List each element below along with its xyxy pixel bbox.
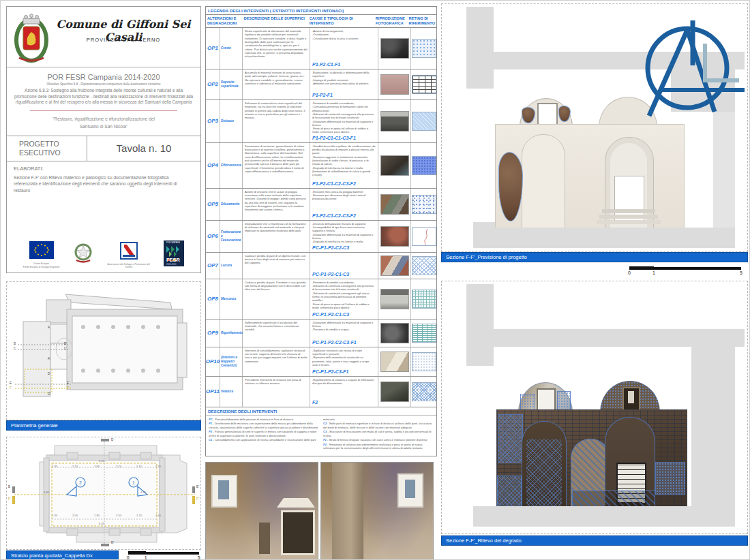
op-causes-cell: -Fenomeni di umidità ascendente; -Consta…	[310, 100, 378, 142]
op-code: OP3	[206, 100, 220, 142]
intervention-definition: C1 - Consolidamento con applicazione di …	[209, 438, 319, 442]
planimetria-caption: Planimetria generale	[6, 420, 201, 431]
op-name: Lacuna	[220, 253, 243, 279]
op-description: Accumulo di materiali estranei di varia …	[243, 69, 310, 99]
interventi-description: DESCRIZIONE DEGLI INTERVENTI PC - Precon…	[205, 407, 437, 456]
op-intervention-code: P1-P2-C1-C1-C3-F1	[312, 134, 376, 141]
interventi-title: DESCRIZIONE DEGLI INTERVENTI	[206, 407, 436, 416]
legend-header-row: ALTERAZIONI E DEGRADAZIONI DESCRIZIONE D…	[206, 15, 436, 28]
photo-2-wrap: Foto 2	[320, 462, 434, 560]
fesr-years-label: 2014-2020	[166, 263, 177, 266]
section-marker-D: D	[48, 372, 50, 375]
left-column: Comune di Giffoni Sei Casali PROVINCIA D…	[6, 6, 202, 560]
op-photo	[380, 155, 409, 176]
scale-seg-thin	[654, 267, 741, 270]
dim-total-top: 8.45	[99, 459, 104, 463]
section-marker-Dp: D'	[48, 392, 50, 396]
op-causes-cell: -Esposizione, scabrosità e deformazione …	[310, 69, 378, 99]
section-marker-B: B	[14, 342, 16, 345]
op-causes: -Esposizione, scabrosità e deformazione …	[312, 71, 376, 85]
photo2-pilaster	[332, 463, 363, 560]
dimension-value: 1.90	[94, 514, 100, 517]
op-name: Fratturazione e Fessurazione	[220, 221, 243, 252]
op-intervention-code: PC-P1-P2-C2-C3-F1	[312, 339, 376, 345]
col-header-alterazioni: ALTERAZIONI E DEGRADAZIONI	[206, 15, 242, 27]
program-block: POR FESR Campania 2014-2020 Obiettivo Sp…	[7, 67, 200, 130]
left-dome-photo	[518, 382, 573, 412]
table-row: OP7 Lacuna Caduta e perdita di parti di …	[206, 253, 436, 279]
col-header-riproduzione: RIPRODUZIONE FOTOGRAFICA	[374, 15, 408, 27]
dome-fresco-left	[522, 107, 535, 123]
op-name: Croste	[220, 28, 243, 69]
op-causes-cell: -Sigillature strutturali con resina di c…	[310, 347, 378, 376]
structure-band-b	[494, 329, 745, 347]
op-code: OP8	[206, 279, 220, 319]
op-retino-cell	[411, 69, 436, 99]
right-dome-photo	[600, 381, 660, 412]
op-retino-cell	[411, 253, 436, 279]
op-retino-pattern	[412, 256, 436, 275]
table-row: OP2 Deposito superficiale Accumulo di ma…	[206, 69, 436, 100]
op-photo-cell	[378, 253, 411, 279]
architect-logo	[625, 15, 746, 119]
photo-1	[205, 462, 318, 560]
op-photo-cell	[378, 221, 411, 252]
photo2-window	[397, 473, 423, 508]
op-code: OP9	[206, 320, 220, 347]
intervention-definition: P2 - Pulitura generalizzata di tutte le …	[209, 430, 319, 437]
op-description: Strato superficiale di alterazione del m…	[243, 28, 310, 69]
campania-label: Assessorato allo Sviluppo e Promozione d…	[107, 263, 151, 268]
op-description: Interventi di consolidamento, sigillatur…	[243, 347, 310, 376]
table-row: OP9 Rigonfiamento Sollevamento superfici…	[206, 320, 436, 347]
photo2-niche	[372, 503, 415, 560]
section-degrado-caption: Sezione F-F'_Rilievo del degrado	[441, 535, 748, 546]
campania-icon	[120, 242, 138, 260]
window-step-1	[602, 209, 655, 213]
scale-label-0: 0	[127, 555, 130, 560]
right-column: Sezione F-F'_Previsione di progetto 0 1 …	[441, 3, 748, 546]
op-intervention-code: PC-P1-P2-C3-F1	[312, 368, 376, 375]
op-photo-cell	[378, 28, 411, 69]
interventi-right-column: mancanti.C2 - Nelle parti di intonaco ri…	[323, 418, 434, 451]
op-photo	[380, 226, 409, 247]
op-name: Efflorescenza	[220, 143, 243, 188]
intervention-definition: F1 - Strato di finitura levigato: rasatu…	[323, 438, 434, 442]
elaborati-text: Sezione F-F' con Rilievo materico e pato…	[14, 174, 194, 195]
table-row: OP3 Distacco Soluzione di continuità tra…	[206, 100, 436, 143]
dimension-value: 1.40	[155, 514, 161, 517]
coat-of-arms	[14, 10, 49, 63]
op-intervention-code: P1-P2-C1-C2-C3-F2	[312, 180, 376, 187]
marker-D: D	[111, 438, 113, 441]
fesr-top-label: POR CAMPANIA	[166, 241, 180, 244]
scale-label-5: 5	[198, 555, 200, 560]
op-photo	[380, 255, 409, 276]
photo2-window-pane	[405, 480, 415, 498]
op-photo-cell	[378, 320, 411, 347]
op-retino-cell	[411, 279, 436, 319]
project-row: PROGETTO ESECUTIVO Tavola n. 10	[7, 136, 200, 161]
dimension-value: 2.50	[116, 514, 121, 517]
op-photo	[380, 38, 409, 59]
dimension-value: 2.10	[72, 465, 78, 468]
left-dome	[520, 98, 573, 127]
dimension-value: 1.35	[52, 514, 57, 517]
structure-strip-b	[466, 284, 494, 366]
photo1-pediment	[277, 498, 315, 508]
degr-left-arch-hatch	[526, 439, 562, 514]
photo1-altarpiece	[281, 510, 315, 555]
legend-title: LEGENDA DEGLI INTERVENTI ( ESTRATTO INTE…	[206, 7, 436, 15]
degrado-wall	[496, 409, 687, 518]
section-degrado-panel	[441, 281, 748, 534]
intervention-definition: P1 - Disinfezione delle muratura con asp…	[209, 422, 319, 429]
op-name: Distacco	[220, 100, 243, 142]
op-photo	[380, 382, 409, 402]
elaborati-title: ELABORATI:	[14, 166, 194, 172]
op-causes-cell: PC-P1-P2-C1-C3	[310, 253, 378, 279]
structure-right-column-b	[691, 347, 735, 517]
scale-5: 5	[740, 270, 742, 275]
op-code: OP11	[206, 377, 220, 407]
project-phase-label: PROGETTO ESECUTIVO	[7, 136, 87, 161]
table-row: OP8 Mancanza Caduta e perdita di parti. …	[206, 279, 436, 320]
fesr-icon: POR CAMPANIA FESR 2014-2020	[164, 240, 184, 266]
op-retino-cell	[411, 28, 436, 69]
